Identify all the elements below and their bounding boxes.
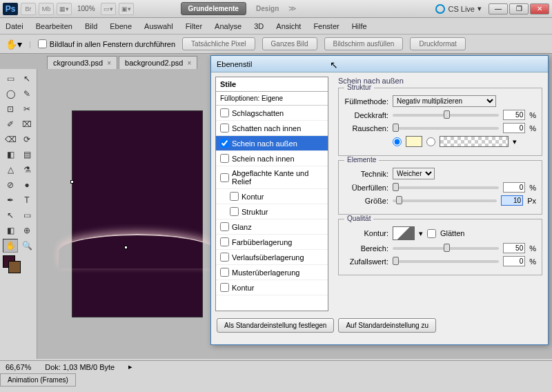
tool-button[interactable]: ◧ xyxy=(3,148,18,161)
tool-button[interactable]: ⊕ xyxy=(19,224,34,237)
style-list-item[interactable]: Verlaufsüberlagerung xyxy=(216,250,328,265)
tool-button[interactable]: ▭ xyxy=(3,72,18,86)
make-default-button[interactable]: Als Standardeinstellung festlegen xyxy=(217,318,334,333)
menu-bild[interactable]: Bild xyxy=(85,22,97,30)
menu-auswahl[interactable]: Auswahl xyxy=(144,22,173,30)
style-list-item[interactable]: Glanz xyxy=(216,219,328,235)
style-checkbox[interactable] xyxy=(230,192,239,201)
hand-tool-icon[interactable]: ✋▾ xyxy=(6,39,22,50)
style-checkbox[interactable] xyxy=(220,222,229,231)
tool-button[interactable]: ▤ xyxy=(19,148,34,161)
tool-button[interactable]: ⟳ xyxy=(19,133,34,146)
menu-filter[interactable]: Filter xyxy=(186,22,202,30)
tool-button[interactable]: ◯ xyxy=(3,87,18,101)
tool-button[interactable]: ✒ xyxy=(3,193,18,207)
antialias-checkbox[interactable] xyxy=(427,229,436,238)
color-radio[interactable] xyxy=(393,137,402,146)
bridge-button[interactable]: Br xyxy=(21,3,36,15)
cs-live[interactable]: CS Live ▾ xyxy=(435,4,482,14)
minimize-button[interactable]: — xyxy=(489,3,508,14)
noise-slider[interactable] xyxy=(393,127,499,130)
style-list-item[interactable]: Farbüberlagerung xyxy=(216,235,328,250)
glow-gradient-swatch[interactable] xyxy=(440,136,509,147)
range-slider[interactable] xyxy=(393,247,499,250)
style-checkbox[interactable] xyxy=(220,173,229,182)
document-canvas[interactable] xyxy=(72,110,203,317)
opacity-input[interactable] xyxy=(503,110,525,120)
tool-button[interactable]: △ xyxy=(3,163,18,177)
menu-analyse[interactable]: Analyse xyxy=(215,22,241,30)
style-list-item[interactable]: Schlagschatten xyxy=(216,106,328,121)
arrange-button[interactable]: ▭▾ xyxy=(101,3,116,15)
menu-datei[interactable]: Datei xyxy=(6,22,23,30)
menu-ebene[interactable]: Ebene xyxy=(110,22,132,30)
technique-select[interactable]: Weicher xyxy=(393,168,435,179)
fill-screen-button[interactable]: Bildschirm ausfüllen xyxy=(324,37,404,50)
zoom-level[interactable]: 100% xyxy=(77,5,95,12)
jitter-input[interactable] xyxy=(503,256,525,266)
transform-handle[interactable] xyxy=(70,180,74,184)
style-list-item[interactable]: Schatten nach innen xyxy=(216,121,328,136)
glow-color-swatch[interactable] xyxy=(406,136,422,147)
style-list-item[interactable]: Struktur xyxy=(216,204,328,219)
gradient-radio[interactable] xyxy=(426,137,435,146)
tool-button[interactable]: ⊡ xyxy=(3,102,18,116)
workspace-more-icon[interactable]: ≫ xyxy=(288,4,297,13)
styles-header[interactable]: Stile xyxy=(216,77,328,92)
menu-hilfe[interactable]: Hilfe xyxy=(352,22,367,30)
tool-button[interactable]: ✋ xyxy=(3,239,18,253)
workspace-active[interactable]: Grundelemente xyxy=(181,2,246,15)
range-input[interactable] xyxy=(503,243,525,253)
scroll-all-input[interactable] xyxy=(38,39,47,48)
style-checkbox[interactable] xyxy=(220,124,229,133)
noise-input[interactable] xyxy=(503,123,525,133)
print-size-button[interactable]: Druckformat xyxy=(410,37,465,50)
close-tab-icon[interactable]: × xyxy=(107,59,111,67)
tool-button[interactable]: ⌫ xyxy=(3,133,18,146)
tool-button[interactable]: ↖ xyxy=(3,208,18,222)
fit-screen-button[interactable]: Ganzes Bild xyxy=(262,37,317,50)
screen-mode-button[interactable]: ▣▾ xyxy=(119,3,134,15)
maximize-button[interactable]: ❐ xyxy=(509,3,529,14)
status-doc-info[interactable]: Dok: 1,03 MB/0 Byte xyxy=(45,363,115,371)
style-list-item[interactable]: Kontur xyxy=(216,280,328,295)
document-tab[interactable]: background2.psd × xyxy=(119,56,197,69)
style-list-item[interactable]: Musterüberlagerung xyxy=(216,265,328,280)
view-extras-button[interactable]: ▦▾ xyxy=(57,3,72,15)
scroll-all-windows-checkbox[interactable]: Bildlauf in allen Fenstern durchführen xyxy=(38,39,175,48)
close-button[interactable]: ✕ xyxy=(530,3,549,14)
document-tab[interactable]: ckground3.psd × xyxy=(47,56,117,69)
blend-options-item[interactable]: Fülloptionen: Eigene xyxy=(216,92,328,106)
close-tab-icon[interactable]: × xyxy=(187,59,191,67)
size-input[interactable] xyxy=(501,195,523,206)
tool-button[interactable]: T xyxy=(19,193,34,207)
jitter-slider[interactable] xyxy=(393,260,499,263)
menu-bearbeiten[interactable]: Bearbeiten xyxy=(36,22,72,30)
style-checkbox[interactable] xyxy=(220,253,229,262)
minibridge-button[interactable]: Mb xyxy=(39,3,54,15)
style-checkbox[interactable] xyxy=(220,108,229,117)
opacity-slider[interactable] xyxy=(393,114,499,117)
actual-pixels-button[interactable]: Tatsächliche Pixel xyxy=(182,37,255,50)
style-checkbox[interactable] xyxy=(230,207,239,216)
style-checkbox[interactable] xyxy=(220,268,229,277)
animation-panel-tab[interactable]: Animation (Frames) xyxy=(0,373,76,386)
chevron-down-icon[interactable]: ▾ xyxy=(513,137,517,146)
dialog-titlebar[interactable]: Ebenenstil xyxy=(211,56,548,72)
background-swatch[interactable] xyxy=(8,261,21,273)
menu-ansicht[interactable]: Ansicht xyxy=(276,22,301,30)
spread-slider[interactable] xyxy=(393,186,499,189)
size-slider[interactable] xyxy=(393,199,497,202)
style-checkbox[interactable] xyxy=(220,283,229,292)
contour-picker[interactable] xyxy=(393,226,415,240)
status-arrow-icon[interactable]: ▸ xyxy=(128,362,132,371)
spread-input[interactable] xyxy=(503,182,525,193)
tool-button[interactable]: ✐ xyxy=(3,117,18,131)
tool-button[interactable]: ✂ xyxy=(19,102,34,116)
style-checkbox[interactable] xyxy=(220,154,229,163)
menu-3d[interactable]: 3D xyxy=(254,22,264,30)
chevron-down-icon[interactable]: ▾ xyxy=(419,229,423,238)
style-checkbox[interactable] xyxy=(220,139,229,148)
tool-button[interactable]: ⊘ xyxy=(3,178,18,192)
tool-button[interactable]: ● xyxy=(19,178,34,192)
